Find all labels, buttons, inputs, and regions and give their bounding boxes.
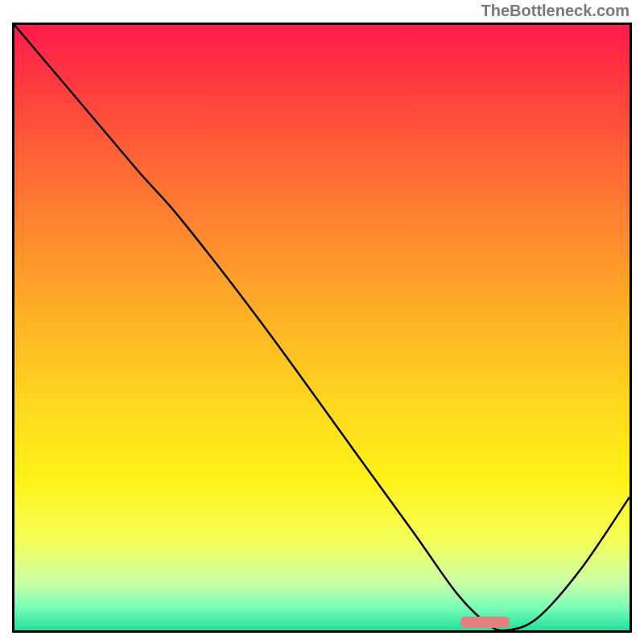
bottleneck-curve: [14, 25, 630, 630]
plot-area: [12, 23, 632, 633]
watermark-text: TheBottleneck.com: [481, 2, 630, 20]
curve-minimum-marker: [460, 617, 510, 628]
